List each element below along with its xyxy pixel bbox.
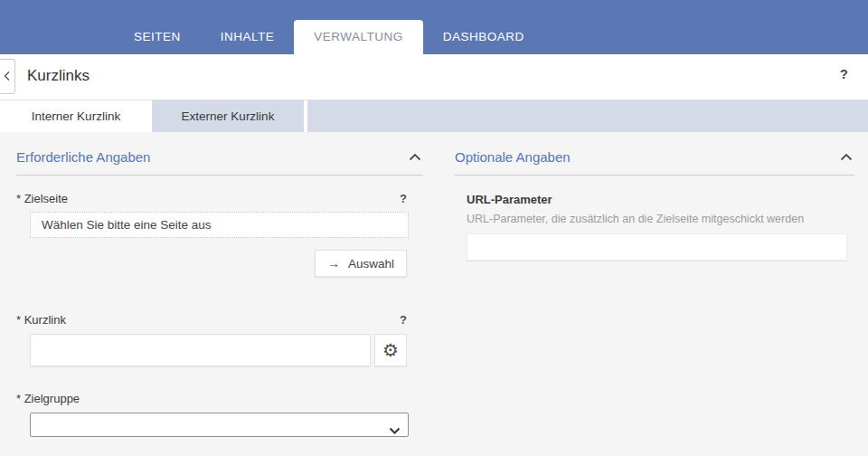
panel-optional: Optionale Angaben URL-Parameter URL-Para… (455, 147, 854, 456)
arrow-right-icon: → (327, 256, 340, 271)
auswahl-button[interactable]: → Auswahl (315, 250, 407, 277)
kurzlink-input[interactable] (30, 334, 371, 366)
tab-dashboard[interactable]: DASHBOARD (423, 20, 544, 54)
collapse-optional-button[interactable] (838, 147, 854, 166)
zielgruppe-label: * Zielgruppe (16, 392, 80, 405)
gear-icon: ⚙ (382, 339, 399, 361)
tab-verwaltung[interactable]: VERWALTUNG (294, 20, 423, 54)
chevron-up-icon (409, 148, 421, 165)
panel-required-title: Erforderliche Angaben (16, 149, 150, 165)
panel-required: Erforderliche Angaben * Zielseite ? → Au… (16, 147, 423, 456)
kurzlink-help-icon[interactable]: ? (400, 313, 407, 327)
panel-optional-title: Optionale Angaben (455, 149, 571, 165)
back-button[interactable] (0, 59, 15, 94)
help-icon[interactable]: ? (840, 66, 848, 81)
url-parameter-description: URL-Parameter, die zusätzlich an die Zie… (467, 213, 854, 225)
subtab-bar: Interner Kurzlink Externer Kurzlink (0, 100, 868, 132)
subtab-interner-kurzlink[interactable]: Interner Kurzlink (0, 100, 152, 132)
content-area: Erforderliche Angaben * Zielseite ? → Au… (0, 132, 868, 456)
kurzlink-label: * Kurzlink (16, 313, 66, 327)
kurzlink-settings-button[interactable]: ⚙ (374, 334, 407, 366)
page-title: Kurzlinks (27, 67, 90, 85)
collapse-required-button[interactable] (407, 147, 423, 166)
top-app-bar: SEITEN INHALTE VERWALTUNG DASHBOARD (0, 0, 868, 54)
auswahl-button-label: Auswahl (348, 257, 394, 271)
chevron-left-icon (4, 69, 11, 85)
tab-seiten[interactable]: SEITEN (114, 20, 201, 54)
tab-inhalte[interactable]: INHALTE (201, 20, 295, 54)
page-header: Kurzlinks ? (0, 54, 868, 100)
zielseite-help-icon[interactable]: ? (400, 192, 407, 205)
url-parameter-input[interactable] (467, 233, 847, 261)
panel-optional-rule (455, 175, 854, 176)
zielseite-label: * Zielseite (16, 192, 68, 205)
url-parameter-label: URL-Parameter (467, 193, 854, 206)
zielgruppe-select[interactable] (30, 413, 409, 437)
chevron-up-icon (840, 148, 853, 165)
zielseite-input[interactable] (30, 212, 409, 238)
subtab-externer-kurzlink[interactable]: Externer Kurzlink (152, 100, 304, 132)
panel-required-rule (16, 175, 423, 176)
subtab-filler (307, 100, 868, 132)
